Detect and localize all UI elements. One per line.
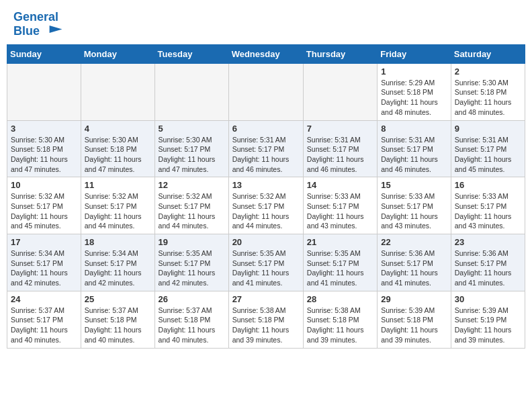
logo-blue: Blue [13,24,64,39]
day-number: 25 [85,294,151,304]
calendar-day-cell: 5Sunrise: 5:30 AM Sunset: 5:17 PM Daylig… [154,120,228,177]
calendar-week-row: 17Sunrise: 5:34 AM Sunset: 5:17 PM Dayli… [7,234,525,291]
calendar-wrapper: SundayMondayTuesdayWednesdayThursdayFrid… [0,44,532,362]
day-number: 21 [307,237,373,247]
svg-marker-0 [50,26,62,33]
logo-general: General [13,10,58,24]
day-info: Sunrise: 5:32 AM Sunset: 5:17 PM Dayligh… [85,191,151,231]
day-number: 3 [11,124,77,134]
calendar-day-cell: 19Sunrise: 5:35 AM Sunset: 5:17 PM Dayli… [154,234,228,291]
calendar-day-cell: 12Sunrise: 5:32 AM Sunset: 5:17 PM Dayli… [154,177,228,234]
day-number: 1 [381,66,447,77]
day-number: 28 [307,294,373,304]
calendar-week-row: 3Sunrise: 5:30 AM Sunset: 5:18 PM Daylig… [7,120,525,177]
calendar-table: SundayMondayTuesdayWednesdayThursdayFrid… [7,44,525,349]
weekday-header: Saturday [451,44,525,63]
day-number: 29 [381,294,447,304]
day-info: Sunrise: 5:30 AM Sunset: 5:17 PM Dayligh… [159,135,225,175]
day-number: 18 [85,237,151,247]
calendar-day-cell: 13Sunrise: 5:32 AM Sunset: 5:17 PM Dayli… [228,177,303,234]
weekday-header: Monday [81,44,154,63]
day-number: 24 [11,294,77,304]
calendar-week-row: 24Sunrise: 5:37 AM Sunset: 5:17 PM Dayli… [7,291,525,348]
calendar-day-cell: 4Sunrise: 5:30 AM Sunset: 5:18 PM Daylig… [81,120,154,177]
day-number: 4 [85,124,151,134]
day-number: 2 [455,66,521,77]
day-info: Sunrise: 5:30 AM Sunset: 5:18 PM Dayligh… [85,135,151,175]
day-info: Sunrise: 5:39 AM Sunset: 5:18 PM Dayligh… [381,306,447,345]
day-number: 5 [159,124,225,134]
day-info: Sunrise: 5:35 AM Sunset: 5:17 PM Dayligh… [232,248,300,288]
day-number: 10 [11,180,77,190]
calendar-day-cell: 6Sunrise: 5:31 AM Sunset: 5:17 PM Daylig… [228,120,303,177]
day-info: Sunrise: 5:36 AM Sunset: 5:17 PM Dayligh… [381,248,447,288]
day-number: 6 [232,124,300,134]
day-info: Sunrise: 5:34 AM Sunset: 5:17 PM Dayligh… [85,248,151,288]
calendar-week-row: 10Sunrise: 5:32 AM Sunset: 5:17 PM Dayli… [7,177,525,234]
calendar-day-cell: 30Sunrise: 5:39 AM Sunset: 5:19 PM Dayli… [451,291,525,348]
weekday-header: Wednesday [228,44,303,63]
day-info: Sunrise: 5:38 AM Sunset: 5:18 PM Dayligh… [307,306,373,345]
day-number: 23 [455,237,521,247]
calendar-day-cell: 28Sunrise: 5:38 AM Sunset: 5:18 PM Dayli… [303,291,377,348]
logo-text: General [13,11,64,24]
day-info: Sunrise: 5:29 AM Sunset: 5:18 PM Dayligh… [381,78,447,118]
calendar-day-cell: 3Sunrise: 5:30 AM Sunset: 5:18 PM Daylig… [7,120,81,177]
calendar-day-cell: 9Sunrise: 5:31 AM Sunset: 5:17 PM Daylig… [451,120,525,177]
weekday-header: Thursday [303,44,377,63]
day-info: Sunrise: 5:33 AM Sunset: 5:17 PM Dayligh… [381,191,447,231]
day-info: Sunrise: 5:32 AM Sunset: 5:17 PM Dayligh… [11,191,77,231]
day-info: Sunrise: 5:38 AM Sunset: 5:18 PM Dayligh… [232,306,300,345]
day-info: Sunrise: 5:37 AM Sunset: 5:18 PM Dayligh… [159,306,225,345]
day-number: 26 [159,294,225,304]
calendar-day-cell: 18Sunrise: 5:34 AM Sunset: 5:17 PM Dayli… [81,234,154,291]
day-info: Sunrise: 5:35 AM Sunset: 5:17 PM Dayligh… [307,248,373,288]
calendar-day-cell: 20Sunrise: 5:35 AM Sunset: 5:17 PM Dayli… [228,234,303,291]
calendar-day-cell: 23Sunrise: 5:36 AM Sunset: 5:17 PM Dayli… [451,234,525,291]
calendar-day-cell: 10Sunrise: 5:32 AM Sunset: 5:17 PM Dayli… [7,177,81,234]
calendar-day-cell: 1Sunrise: 5:29 AM Sunset: 5:18 PM Daylig… [378,63,451,120]
calendar-day-cell: 26Sunrise: 5:37 AM Sunset: 5:18 PM Dayli… [154,291,228,348]
calendar-day-cell [303,63,377,120]
day-info: Sunrise: 5:37 AM Sunset: 5:17 PM Dayligh… [11,306,77,345]
day-number: 14 [307,180,373,190]
weekday-header: Tuesday [154,44,228,63]
day-info: Sunrise: 5:33 AM Sunset: 5:17 PM Dayligh… [307,191,373,231]
calendar-day-cell: 21Sunrise: 5:35 AM Sunset: 5:17 PM Dayli… [303,234,377,291]
calendar-header-row: SundayMondayTuesdayWednesdayThursdayFrid… [7,44,525,63]
day-info: Sunrise: 5:31 AM Sunset: 5:17 PM Dayligh… [307,135,373,175]
logo-flag-icon [46,24,64,39]
calendar-day-cell [228,63,303,120]
calendar-day-cell: 29Sunrise: 5:39 AM Sunset: 5:18 PM Dayli… [378,291,451,348]
day-info: Sunrise: 5:30 AM Sunset: 5:18 PM Dayligh… [455,78,521,118]
logo: General Blue [13,11,64,39]
calendar-day-cell: 11Sunrise: 5:32 AM Sunset: 5:17 PM Dayli… [81,177,154,234]
calendar-day-cell: 25Sunrise: 5:37 AM Sunset: 5:18 PM Dayli… [81,291,154,348]
day-info: Sunrise: 5:37 AM Sunset: 5:18 PM Dayligh… [85,306,151,345]
day-info: Sunrise: 5:36 AM Sunset: 5:17 PM Dayligh… [455,248,521,288]
day-info: Sunrise: 5:34 AM Sunset: 5:17 PM Dayligh… [11,248,77,288]
day-number: 16 [455,180,521,190]
day-number: 7 [307,124,373,134]
calendar-day-cell: 16Sunrise: 5:33 AM Sunset: 5:17 PM Dayli… [451,177,525,234]
calendar-day-cell: 7Sunrise: 5:31 AM Sunset: 5:17 PM Daylig… [303,120,377,177]
calendar-day-cell: 22Sunrise: 5:36 AM Sunset: 5:17 PM Dayli… [378,234,451,291]
day-number: 20 [232,237,300,247]
day-info: Sunrise: 5:32 AM Sunset: 5:17 PM Dayligh… [159,191,225,231]
day-number: 12 [159,180,225,190]
calendar-day-cell: 15Sunrise: 5:33 AM Sunset: 5:17 PM Dayli… [378,177,451,234]
calendar-day-cell: 27Sunrise: 5:38 AM Sunset: 5:18 PM Dayli… [228,291,303,348]
day-number: 8 [381,124,447,134]
weekday-header: Friday [378,44,451,63]
day-number: 27 [232,294,300,304]
calendar-week-row: 1Sunrise: 5:29 AM Sunset: 5:18 PM Daylig… [7,63,525,120]
day-info: Sunrise: 5:31 AM Sunset: 5:17 PM Dayligh… [381,135,447,175]
calendar-day-cell: 17Sunrise: 5:34 AM Sunset: 5:17 PM Dayli… [7,234,81,291]
day-info: Sunrise: 5:31 AM Sunset: 5:17 PM Dayligh… [232,135,300,175]
day-info: Sunrise: 5:33 AM Sunset: 5:17 PM Dayligh… [455,191,521,231]
calendar-day-cell [154,63,228,120]
page-header: General Blue [0,0,532,44]
day-info: Sunrise: 5:30 AM Sunset: 5:18 PM Dayligh… [11,135,77,175]
day-info: Sunrise: 5:35 AM Sunset: 5:17 PM Dayligh… [159,248,225,288]
day-number: 15 [381,180,447,190]
